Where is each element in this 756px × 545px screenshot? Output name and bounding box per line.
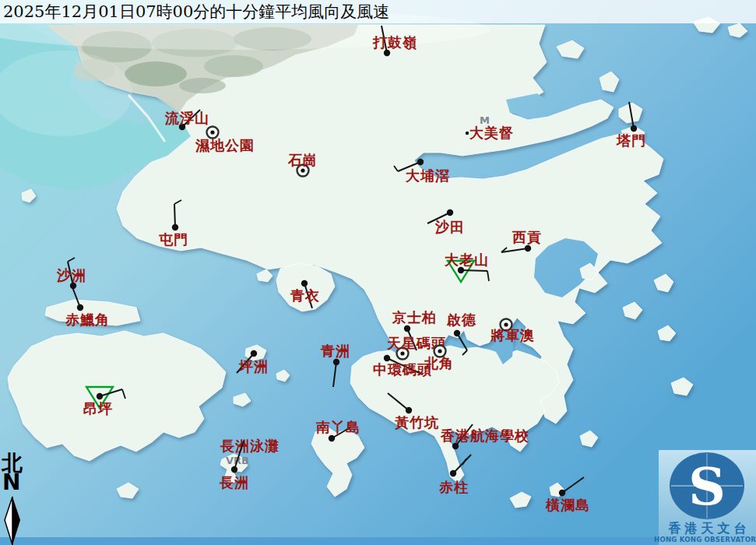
station-label: 沙洲 xyxy=(56,267,86,283)
station-label: 啟德 xyxy=(446,311,476,328)
compass-north-letter: N xyxy=(2,473,33,492)
station-label: 青洲 xyxy=(320,343,350,359)
station-label: 黃竹坑 xyxy=(395,414,439,431)
hko-logo-mark: S xyxy=(659,450,756,522)
station-label: 昂坪 xyxy=(83,400,113,417)
station-label: 大老山 xyxy=(444,251,489,268)
station-label: 青衣 xyxy=(290,287,320,304)
wind-staff xyxy=(461,270,487,271)
station-label: 石崗 xyxy=(287,152,318,168)
map-title: 2025年12月01日07時00分的十分鐘平均風向及風速 xyxy=(3,1,389,23)
station-dot xyxy=(417,159,424,165)
wind-staff xyxy=(174,204,175,227)
station-dot xyxy=(559,490,565,496)
station-label: 長洲 xyxy=(219,474,249,490)
station-label: 打鼓嶺 xyxy=(372,34,417,51)
station-dot xyxy=(77,304,83,311)
station-dot xyxy=(301,168,304,172)
station-label: 沙田 xyxy=(434,219,465,235)
hko-logo-name-cn: 香港天文台 xyxy=(669,522,751,536)
hko-logo-swirl: S xyxy=(688,456,726,517)
station-label: 京士柏 xyxy=(392,309,437,325)
station-label: 南丫島 xyxy=(315,419,360,435)
station-dot xyxy=(384,355,390,361)
station-dot xyxy=(450,470,456,476)
station-dot xyxy=(172,224,178,230)
map-canvas: 打鼓嶺流浮山濕地公園石崗大美督M大埔滘沙田塔門屯門西貢大老山沙洲赤鱲角青衣青洲京… xyxy=(0,0,756,545)
station-label: 長洲泳灘 xyxy=(220,438,280,454)
wind-map: 打鼓嶺流浮山濕地公園石崗大美督M大埔滘沙田塔門屯門西貢大老山沙洲赤鱲角青衣青洲京… xyxy=(0,0,756,545)
station-dot xyxy=(447,209,453,216)
station-label: 香港航海學校 xyxy=(440,427,529,444)
station-dot xyxy=(404,325,410,332)
station-dot xyxy=(97,393,103,399)
station-dot xyxy=(631,125,637,132)
station-label: 流浮山 xyxy=(164,110,209,126)
station-dot xyxy=(333,359,339,365)
station-dot xyxy=(251,350,257,357)
station-dot xyxy=(466,132,469,135)
station-label: 塔門 xyxy=(616,132,646,149)
station-label: 屯門 xyxy=(159,231,188,248)
station-note: M xyxy=(480,114,490,126)
station-dot xyxy=(438,349,441,353)
station-dot xyxy=(406,407,412,413)
sea-bottom-band xyxy=(0,537,756,545)
station-dot xyxy=(231,466,237,473)
station-label: 西貢 xyxy=(512,229,542,245)
station-dot xyxy=(458,267,464,273)
station-label: 橫瀾島 xyxy=(545,497,590,513)
station-dot xyxy=(504,322,508,326)
station-dot xyxy=(301,280,308,287)
station-dot xyxy=(452,443,459,449)
hko-logo-name-en: HONG KONG OBSERVATORY xyxy=(654,536,756,544)
station-label: 大埔滘 xyxy=(405,167,450,184)
station-label: 大美督 xyxy=(469,125,514,141)
station-dot xyxy=(454,330,460,336)
compass: 北 N xyxy=(2,453,33,492)
station-dot xyxy=(210,130,214,134)
station-label: 將軍澳 xyxy=(490,327,535,343)
station-dot xyxy=(525,245,531,251)
station-label: 赤柱 xyxy=(438,479,469,495)
hko-logo: S 香港天文台 HONG KONG OBSERVATORY xyxy=(659,450,756,545)
station-label: 坪洲 xyxy=(238,358,269,374)
station-label: 濕地公園 xyxy=(195,137,255,153)
station-dot xyxy=(384,50,390,56)
station-dot xyxy=(400,351,404,355)
station-label: 中環碼頭 xyxy=(373,361,432,378)
station-label: 赤鱲角 xyxy=(65,311,110,328)
station-dot xyxy=(329,435,335,441)
